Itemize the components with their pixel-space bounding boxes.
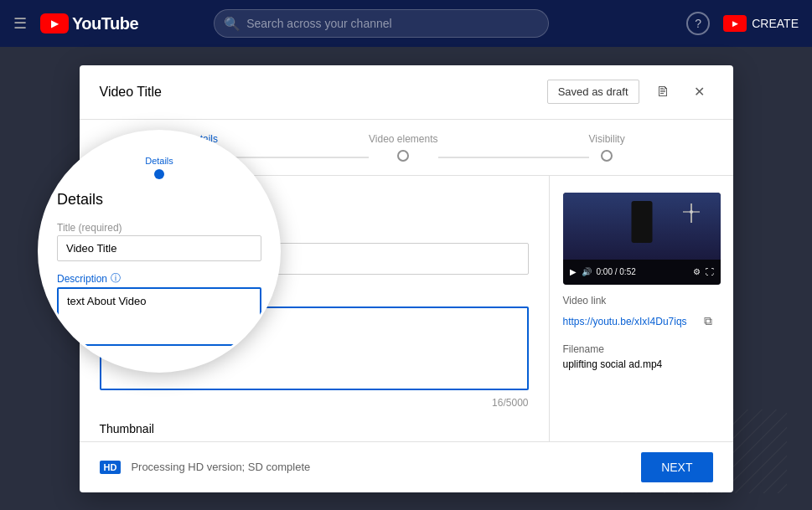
yt-logo-icon bbox=[40, 13, 69, 33]
magnifier-desc-textarea[interactable]: text About Video bbox=[57, 287, 261, 346]
next-button[interactable]: NEXT bbox=[641, 452, 712, 482]
video-link-url[interactable]: https://youtu.be/xIxI4Du7iqs bbox=[563, 316, 691, 327]
modal-header-actions: Saved as draft 🖹 ✕ bbox=[547, 79, 713, 106]
create-button[interactable]: CREATE bbox=[723, 15, 799, 32]
char-count: 16/5000 bbox=[100, 397, 529, 409]
magnifier-desc-label: Description ⓘ bbox=[57, 271, 261, 286]
step-line-1 bbox=[218, 157, 369, 158]
magnifier-title-input[interactable] bbox=[57, 235, 261, 261]
header-right: ? CREATE bbox=[686, 12, 799, 35]
info-button[interactable]: 🖹 bbox=[649, 79, 676, 106]
magnifier-content: Details Details Title (required) Descrip… bbox=[40, 132, 278, 373]
hd-badge: HD bbox=[100, 461, 122, 474]
thumbnail-section: Thumbnail Select or upload a picture tha… bbox=[100, 422, 529, 441]
thumbnail-label: Thumbnail bbox=[100, 422, 529, 435]
filename-label: Filename bbox=[563, 343, 720, 355]
play-button[interactable]: ▶ bbox=[570, 267, 577, 276]
step-line-2 bbox=[438, 157, 589, 158]
step-visibility-circle bbox=[601, 150, 613, 162]
magnifier-step-details: Details bbox=[145, 156, 173, 179]
magnifier-step-label: Details bbox=[145, 156, 173, 166]
magnifier-step-dot bbox=[154, 169, 164, 179]
magnifier-title: Details bbox=[57, 191, 261, 209]
copy-link-button[interactable]: ⧉ bbox=[696, 310, 720, 333]
video-preview: ▶ 🔊 0:00 / 0:52 ⚙ ⛶ bbox=[563, 193, 721, 285]
menu-icon[interactable]: ☰ bbox=[13, 14, 27, 33]
step-video-elements-label: Video elements bbox=[369, 133, 438, 145]
time-display: 0:00 / 0:52 bbox=[597, 267, 636, 276]
magnifier-title-label: Title (required) bbox=[57, 222, 261, 234]
video-figure bbox=[563, 193, 721, 260]
video-controls: ▶ 🔊 0:00 / 0:52 ⚙ ⛶ bbox=[563, 260, 721, 285]
magnifier-desc-help-icon: ⓘ bbox=[111, 271, 121, 286]
search-input[interactable] bbox=[214, 9, 549, 38]
filename-section: Filename uplifting social ad.mp4 bbox=[563, 343, 720, 370]
close-button[interactable]: ✕ bbox=[686, 79, 713, 106]
video-link-row: https://youtu.be/xIxI4Du7iqs ⧉ bbox=[563, 310, 720, 333]
filename-value: uplifting social ad.mp4 bbox=[563, 358, 720, 370]
saved-draft-button[interactable]: Saved as draft bbox=[547, 80, 639, 104]
settings-button[interactable]: ⚙ bbox=[693, 267, 701, 276]
magnifier-steps: Details bbox=[57, 156, 261, 179]
step-video-elements: Video elements bbox=[369, 133, 438, 162]
fullscreen-button[interactable]: ⛶ bbox=[706, 267, 714, 276]
modal-footer: HD Processing HD version; SD complete NE… bbox=[80, 441, 733, 492]
create-label: CREATE bbox=[752, 17, 799, 30]
step-visibility: Visibility bbox=[589, 133, 625, 162]
search-container: 🔍 bbox=[214, 9, 549, 38]
yt-logo: YouTube bbox=[40, 13, 138, 33]
modal-title: Video Title bbox=[100, 85, 547, 100]
modal-header: Video Title Saved as draft 🖹 ✕ bbox=[80, 65, 733, 120]
header: ☰ YouTube 🔍 ? CREATE bbox=[0, 0, 812, 47]
video-link-label: Video link bbox=[563, 295, 720, 307]
magnifier-desc-field: Description ⓘ text About Video 16/5000 bbox=[57, 271, 261, 361]
yt-logo-text: YouTube bbox=[72, 14, 138, 33]
processing-text: Processing HD version; SD complete bbox=[131, 461, 631, 473]
search-icon: 🔍 bbox=[224, 16, 240, 32]
video-link-section: Video link https://youtu.be/xIxI4Du7iqs … bbox=[563, 295, 720, 333]
volume-button[interactable]: 🔊 bbox=[582, 267, 592, 276]
video-ctrl-right: ⚙ ⛶ bbox=[693, 267, 714, 276]
modal-right-panel: ▶ 🔊 0:00 / 0:52 ⚙ ⛶ Video link https://y… bbox=[549, 176, 733, 441]
magnifier-title-field: Title (required) bbox=[57, 222, 261, 261]
help-button[interactable]: ? bbox=[686, 12, 710, 35]
magnifier-overlay: Details Details Title (required) Descrip… bbox=[38, 130, 281, 373]
svg-point-4 bbox=[690, 210, 693, 214]
create-icon bbox=[723, 15, 747, 32]
step-visibility-label: Visibility bbox=[589, 133, 625, 145]
step-video-elements-circle bbox=[397, 150, 409, 162]
